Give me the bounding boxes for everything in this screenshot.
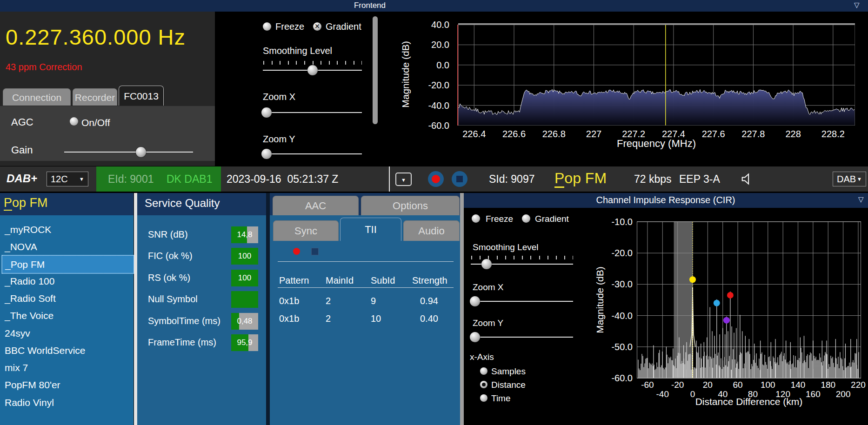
- record-menu-button[interactable]: ▼: [395, 173, 412, 186]
- quality-bar-fic: 100: [231, 248, 258, 265]
- tab-fc0013[interactable]: FC0013: [119, 86, 164, 106]
- list-item[interactable]: PopFM 80'er: [2, 376, 134, 393]
- list-item[interactable]: _Radio 100: [2, 272, 134, 290]
- radio-samples[interactable]: [480, 367, 487, 375]
- band-value: DAB: [837, 174, 856, 185]
- spectrum-zoomy-track[interactable]: [263, 153, 362, 154]
- spectrum-plot[interactable]: [458, 25, 855, 126]
- cir-smoothing-thumb[interactable]: [481, 259, 492, 269]
- cir-collapse-icon[interactable]: ▽: [858, 195, 864, 204]
- tii-cell: 0.40: [420, 313, 438, 324]
- spectrum-freeze-checkbox[interactable]: [263, 22, 271, 31]
- quality-bar-rs: 100: [231, 270, 258, 286]
- tab-aac[interactable]: AAC: [273, 196, 359, 215]
- cir-zoomx-label: Zoom X: [473, 282, 504, 292]
- cir-zoomx-track[interactable]: [471, 301, 573, 302]
- tab-audio[interactable]: Audio: [403, 220, 460, 241]
- tii-separator: [278, 261, 454, 262]
- service-bitrate: 72 kbps: [634, 173, 672, 186]
- radio-distance-selected[interactable]: [480, 381, 487, 388]
- gain-slider-track[interactable]: [64, 152, 193, 153]
- ensemble-eid: EId: 9001: [108, 173, 154, 186]
- tick-label: -40: [656, 389, 669, 399]
- band-dropdown[interactable]: DAB ▼: [833, 172, 866, 186]
- spectrum-zoomy-thumb[interactable]: [261, 149, 272, 159]
- spectrum-splitter-handle[interactable]: [373, 16, 378, 124]
- list-item-selected[interactable]: _Pop FM: [2, 255, 134, 273]
- agc-onoff-radio[interactable]: [70, 117, 78, 126]
- spectrum-zoomx-thumb[interactable]: [261, 107, 272, 118]
- cir-xaxis-label: x-Axis: [470, 352, 494, 362]
- spectrum-gradient-checkbox[interactable]: ✕: [313, 22, 321, 31]
- panel-divider[interactable]: [460, 193, 464, 425]
- quality-label: Null Symbol: [148, 294, 198, 305]
- panel-divider[interactable]: [266, 193, 270, 425]
- tab-connection[interactable]: Connection: [3, 88, 71, 106]
- tab-sync[interactable]: Sync: [273, 220, 339, 241]
- tick-label: -60.0: [418, 120, 449, 131]
- list-item[interactable]: _NOVA: [2, 238, 134, 255]
- tii-col-header: SubId: [371, 275, 395, 286]
- list-item[interactable]: 24syv: [2, 325, 134, 342]
- tii-cell: 0.94: [420, 296, 438, 306]
- tick-label: 140: [791, 380, 806, 390]
- tab-options[interactable]: Options: [361, 196, 460, 215]
- list-item[interactable]: _myROCK: [2, 221, 134, 238]
- service-quality-header: Service Quality: [137, 193, 266, 215]
- cir-freeze-checkbox[interactable]: [472, 214, 480, 223]
- cir-smoothing-label: Smoothing Level: [473, 242, 539, 252]
- ensemble-name: DK DAB1: [167, 173, 212, 186]
- radio-time[interactable]: [480, 394, 487, 402]
- channel-value: 12C: [51, 174, 68, 185]
- panel-divider[interactable]: [134, 193, 137, 425]
- tick-label: 40.0: [418, 20, 449, 30]
- spectrum-zoomx-track[interactable]: [263, 112, 362, 113]
- agc-onoff-label: On/Off: [81, 117, 110, 128]
- agc-label: AGC: [11, 116, 33, 128]
- service-quality-title: Service Quality: [145, 197, 220, 210]
- service-sid: SId: 9097: [489, 173, 534, 186]
- list-item[interactable]: _The Voice: [2, 307, 134, 324]
- tick-label: 228.2: [821, 129, 845, 139]
- tick-label: 180: [821, 380, 835, 390]
- tick-label: 228: [785, 129, 801, 139]
- spectrum-gradient-label: Gradient: [326, 21, 361, 32]
- list-item[interactable]: BBC WorldService: [2, 342, 134, 359]
- list-item[interactable]: mix 7: [2, 359, 134, 376]
- cir-titlebar: Channel Impulse Response (CIR) ▽: [464, 193, 868, 208]
- frontend-collapse-icon[interactable]: ▽: [854, 1, 860, 9]
- tick-label: 120: [775, 389, 790, 399]
- list-item[interactable]: Radio Vinyl: [2, 394, 134, 411]
- tick-label: -20.0: [418, 80, 449, 91]
- tick-label: 80: [748, 389, 758, 399]
- quality-label: FIC (ok %): [148, 251, 193, 261]
- dab-mode-label: DAB+: [7, 172, 37, 185]
- tick-label: 20.0: [418, 40, 449, 50]
- spectrum-ylabel: Magnitude (dB): [400, 41, 411, 108]
- tii-header-underline: [278, 287, 454, 288]
- cir-zoomy-track[interactable]: [471, 337, 573, 338]
- tick-label: 40: [718, 389, 728, 399]
- tick-label: -60.0: [601, 373, 633, 384]
- tab-tii[interactable]: TII: [340, 218, 401, 241]
- stop-button[interactable]: [452, 171, 467, 187]
- cir-zoomy-thumb[interactable]: [470, 332, 480, 342]
- service-list-header: Pop FM: [0, 193, 134, 215]
- cir-plot[interactable]: [637, 222, 861, 378]
- service-quality-panel: SNR (dB) FIC (ok %) RS (ok %) Null Symbo…: [137, 215, 266, 425]
- tab-recorder[interactable]: Recorder: [73, 88, 117, 106]
- tick-label: 226.6: [502, 129, 526, 139]
- dab-toolbar: DAB+ 12C ▼ EId: 9001 DK DAB1 2023-09-16 …: [0, 166, 868, 193]
- spectrum-smoothing-thumb[interactable]: [307, 65, 318, 75]
- cir-gradient-checkbox[interactable]: [522, 214, 530, 223]
- channel-dropdown[interactable]: 12C ▼: [47, 172, 88, 186]
- record-button[interactable]: [428, 171, 444, 187]
- toolbar-separator: [389, 166, 390, 192]
- speaker-icon[interactable]: [740, 171, 755, 187]
- spectrum-smoothing-label: Smoothing Level: [263, 46, 332, 56]
- cir-zoomx-thumb[interactable]: [470, 296, 480, 306]
- tick-label: -20: [671, 380, 684, 390]
- list-item[interactable]: _Radio Soft: [2, 290, 134, 307]
- gain-slider-thumb[interactable]: [136, 147, 146, 157]
- ppm-correction: 43 ppm Correction: [6, 62, 82, 73]
